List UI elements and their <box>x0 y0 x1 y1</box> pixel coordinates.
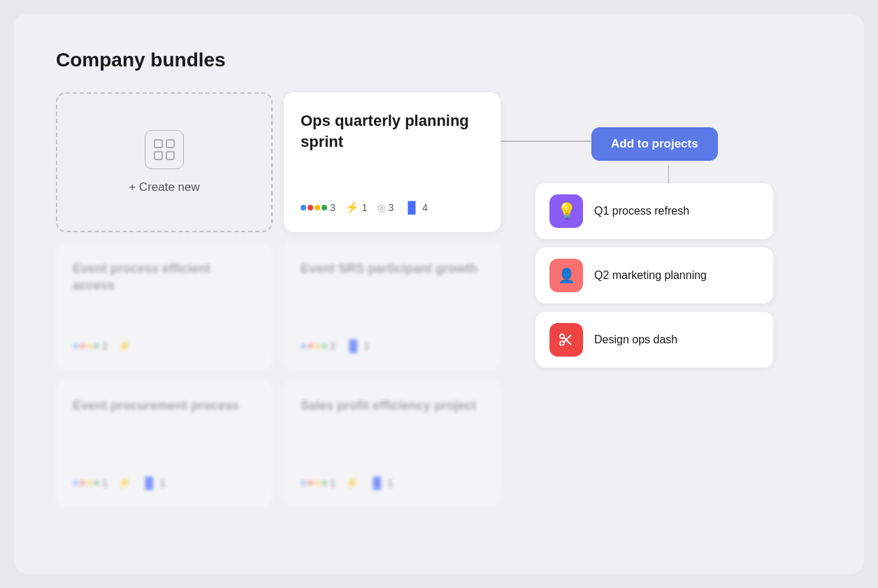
muted-dots-2 <box>301 343 327 349</box>
muted-bolt-3: ⚡ <box>117 476 131 489</box>
badge-bar: ▐▌ 4 <box>403 201 427 214</box>
active-bundle-card[interactable]: Ops quarterly planning sprint 3 ⚡ 1 <box>284 92 501 232</box>
muted-bar-3: ▐▌ 1 <box>141 477 165 489</box>
page-title: Company bundles <box>56 49 822 71</box>
create-new-card[interactable]: + Create new <box>56 92 273 232</box>
muted-card-3-title: Event procurement process <box>73 397 256 414</box>
content-area: + Create new Ops quarterly planning spri… <box>56 92 822 506</box>
circle-check-icon: ◎ <box>377 202 386 213</box>
muted-card-2-title: Event SRS participant growth <box>301 260 484 277</box>
badge-dots-count: 3 <box>330 202 336 213</box>
bar-icon-4: ▐▌ <box>369 477 385 489</box>
bolt-icon-3: ⚡ <box>117 476 131 489</box>
muted-bolt-4: ⚡ <box>345 476 359 489</box>
bar-icon-3: ▐▌ <box>141 477 157 489</box>
muted-card-3[interactable]: Event procurement process 1 ⚡ ▐▌ 1 <box>56 380 273 506</box>
muted-badge-4: 1 <box>301 478 336 489</box>
bolt-icon-4: ⚡ <box>345 476 359 489</box>
bolt-icon: ⚡ <box>345 201 359 214</box>
muted-badge-3: 1 <box>73 478 108 489</box>
project-name-1: Q1 process refresh <box>594 205 689 217</box>
muted-card-4-badges: 1 ⚡ ▐▌ 1 <box>301 476 484 489</box>
create-new-label: + Create new <box>129 180 200 194</box>
project-name-3: Design ops dash <box>594 334 677 346</box>
badge-bolt: ⚡ 1 <box>345 201 368 214</box>
muted-card-4[interactable]: Sales profit efficiency project 1 ⚡ ▐▌ 1 <box>284 380 501 506</box>
bundles-grid: + Create new Ops quarterly planning spri… <box>56 92 501 506</box>
muted-card-2[interactable]: Event SRS participant growth 2 ▐▌ 1 <box>284 243 501 369</box>
active-card-badges: 3 ⚡ 1 ◎ 3 ▐▌ 4 <box>301 201 484 214</box>
svg-rect-1 <box>166 140 174 148</box>
svg-rect-3 <box>166 152 174 159</box>
muted-card-4-title: Sales profit efficiency project <box>301 397 484 414</box>
badge-circle: ◎ 3 <box>377 202 394 213</box>
google-dots-icon <box>301 205 327 210</box>
muted-badge-1: 2 <box>73 340 108 352</box>
muted-bar-4: ▐▌ 1 <box>369 477 393 489</box>
muted-badge-2: 2 <box>301 340 336 352</box>
scissors-icon <box>558 331 575 348</box>
badge-bar-count: 4 <box>422 202 428 213</box>
project-item-2[interactable]: 👤 Q2 marketing planning <box>535 248 773 303</box>
muted-dots-1 <box>73 343 99 349</box>
projects-list: 💡 Q1 process refresh 👤 Q2 marketing plan… <box>535 183 773 368</box>
muted-card-1-title: Event process efficient access <box>73 260 256 294</box>
create-new-icon <box>145 130 184 169</box>
right-panel: Add to projects 💡 Q1 process refresh 👤 <box>521 92 822 506</box>
add-to-projects-button[interactable]: Add to projects <box>591 127 718 161</box>
people-icon: 👤 <box>558 267 575 284</box>
bulb-icon: 💡 <box>557 202 576 220</box>
bolt-icon-2: ⚡ <box>117 339 131 352</box>
muted-bolt-1: ⚡ <box>117 339 131 352</box>
bar-chart-icon: ▐▌ <box>403 201 419 214</box>
svg-rect-2 <box>154 152 162 159</box>
project-icon-1: 💡 <box>549 194 583 228</box>
muted-bar-2: ▐▌ 1 <box>345 340 369 352</box>
project-icon-2: 👤 <box>549 259 583 292</box>
project-item-1[interactable]: 💡 Q1 process refresh <box>535 183 773 239</box>
muted-card-1-badges: 2 ⚡ <box>73 339 256 352</box>
badge-circle-count: 3 <box>389 202 394 213</box>
bar-icon-2: ▐▌ <box>345 340 361 352</box>
badge-dots: 3 <box>301 202 336 213</box>
muted-card-2-badges: 2 ▐▌ 1 <box>301 340 484 352</box>
badge-bolt-count: 1 <box>362 202 368 213</box>
muted-card-3-badges: 1 ⚡ ▐▌ 1 <box>73 476 256 489</box>
project-item-3[interactable]: Design ops dash <box>535 312 773 368</box>
main-container: Company bundles + Create new Ops quarter <box>14 14 864 574</box>
project-icon-3 <box>549 323 583 357</box>
muted-card-1[interactable]: Event process efficient access 2 ⚡ <box>56 243 273 369</box>
project-name-2: Q2 marketing planning <box>594 269 707 282</box>
svg-rect-0 <box>154 140 162 148</box>
active-card-title: Ops quarterly planning sprint <box>301 110 484 152</box>
